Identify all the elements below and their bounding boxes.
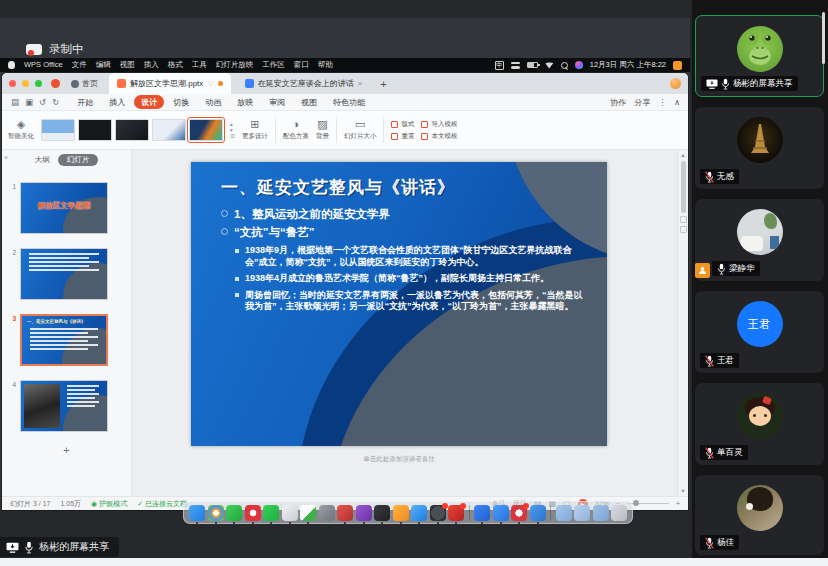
minimize-window-button[interactable] (22, 80, 29, 87)
dock-icon-24[interactable] (611, 505, 627, 521)
video-tile-sharing[interactable]: 杨彬的屏幕共享 (695, 15, 824, 97)
menubar-app-badge[interactable] (673, 61, 682, 70)
scroll-down-icon[interactable]: ▼ (680, 488, 685, 494)
sidebar-scrollbar-thumb[interactable] (822, 12, 825, 64)
menubar-item-7[interactable]: 幻灯片放映 (216, 60, 254, 70)
dock-icon-4[interactable] (263, 505, 279, 521)
scroll-up-icon[interactable]: ▲ (680, 152, 685, 158)
siri-icon[interactable] (575, 61, 583, 69)
dock-icon-5[interactable] (282, 505, 298, 521)
dock-icon-14[interactable] (448, 505, 464, 521)
add-slide-button[interactable]: + (2, 444, 131, 456)
tab-outline[interactable]: 大纲 (35, 155, 50, 165)
ribbon-tab-8[interactable]: 特色功能 (326, 95, 372, 109)
zoom-slider-knob[interactable] (633, 500, 639, 506)
slide-thumbnail-1[interactable]: 解放区文学思潮 (20, 182, 108, 234)
close-window-button[interactable] (9, 80, 16, 87)
apple-logo-icon[interactable] (8, 61, 15, 69)
more-designs-button[interactable]: ⊞ 更多设计 (242, 119, 268, 141)
video-tile[interactable]: 单百灵 (695, 383, 824, 465)
dock-icon-7[interactable] (319, 505, 335, 521)
theme-thumbnail[interactable] (152, 119, 186, 141)
more-menu-icon[interactable]: ⋮ (658, 98, 666, 107)
video-tile[interactable]: 王君 王君 (695, 291, 824, 373)
dock-icon-17[interactable] (493, 505, 509, 521)
menubar-item-4[interactable]: 插入 (144, 60, 159, 70)
zoom-in-button[interactable]: + (676, 500, 680, 507)
tab-home[interactable]: 首页 (66, 78, 103, 89)
ribbon-tab-1[interactable]: 插入 (102, 95, 132, 109)
slide-thumbnail-4[interactable] (20, 380, 108, 432)
menubar-item-2[interactable]: 编辑 (96, 60, 111, 70)
collapse-ribbon-icon[interactable]: ∧ (674, 98, 680, 107)
cloud-status[interactable]: ✓已连接云文档 (137, 499, 187, 509)
video-tile[interactable]: 梁静华 (695, 199, 824, 281)
tab-slides[interactable]: 幻灯片 (58, 154, 99, 166)
ribbon-tab-5[interactable]: 放映 (230, 95, 260, 109)
slide-thumbnail-3-selected[interactable]: 一、延安文艺整风与《讲话》 (20, 314, 108, 366)
layout-button[interactable]: 版式 (391, 120, 414, 129)
background-button[interactable]: ▨ 背景 (316, 119, 329, 141)
menubar-item-1[interactable]: 文件 (72, 60, 87, 70)
dock-icon-19[interactable] (530, 505, 546, 521)
ribbon-tab-2[interactable]: 设计 (134, 95, 164, 109)
dock-icon-11[interactable] (393, 505, 409, 521)
dock-icon-1[interactable] (208, 505, 224, 521)
theme-thumbnail[interactable] (41, 119, 75, 141)
dock-icon-9[interactable] (356, 505, 372, 521)
current-slide[interactable]: 一、延安文艺整风与《讲话》 1、整风运动之前的延安文学界 “文抗”与“鲁艺” 1… (191, 162, 607, 446)
dock-icon-6[interactable] (300, 505, 316, 521)
menubar-clock[interactable]: 12月3日 周六 上午8:22 (590, 60, 666, 70)
theme-thumbnail[interactable] (78, 119, 112, 141)
dock-icon-8[interactable] (337, 505, 353, 521)
dock-icon-2[interactable] (226, 505, 242, 521)
save-icon[interactable]: ▤ (10, 97, 20, 107)
new-tab-button[interactable]: + (376, 78, 390, 90)
spotlight-icon[interactable] (561, 62, 568, 69)
next-slide-button[interactable] (680, 226, 687, 233)
menubar-item-10[interactable]: 帮助 (318, 60, 333, 70)
import-template-button[interactable]: 导入模板 (421, 120, 457, 129)
dock-icon-13[interactable] (430, 505, 446, 521)
slide-thumbnail-2[interactable] (20, 248, 108, 300)
collapse-panel-icon[interactable]: « (4, 154, 8, 161)
ribbon-tab-3[interactable]: 切换 (166, 95, 196, 109)
theme-thumbnail[interactable] (115, 119, 149, 141)
menubar-item-0[interactable]: WPS Office (24, 60, 63, 70)
dock-icon-10[interactable] (374, 505, 390, 521)
dock-icon-3[interactable] (245, 505, 261, 521)
menubar-item-9[interactable]: 窗口 (294, 60, 309, 70)
notes-placeholder[interactable]: 单击此处添加演讲者备注 (191, 455, 607, 464)
redo-icon[interactable]: ↻ (51, 97, 60, 107)
wps-user-avatar[interactable] (670, 78, 681, 89)
screen-share-banner[interactable]: 杨彬的屏幕共享 (0, 537, 119, 557)
video-tile[interactable]: 杨佳 (695, 475, 824, 555)
dock-icon-21[interactable] (556, 505, 572, 521)
color-scheme-button[interactable]: ◑ 配色方案 (283, 119, 309, 141)
video-tile[interactable]: 无感 (695, 107, 824, 189)
slide-size-button[interactable]: ▭ 幻灯片大小 (344, 119, 377, 141)
smart-beautify-button[interactable]: ◈ 智能美化 (8, 119, 34, 141)
dock-icon-16[interactable] (474, 505, 490, 521)
menubar-item-8[interactable]: 工作区 (262, 60, 285, 70)
ribbon-tab-6[interactable]: 审阅 (262, 95, 292, 109)
theme-thumbnail-selected[interactable] (189, 119, 223, 141)
scrollbar-thumb[interactable] (681, 161, 686, 213)
eye-protection-toggle[interactable]: ◉护眼模式 (91, 499, 127, 509)
input-source-icon[interactable]: 中 (495, 61, 504, 70)
tab-document-inactive[interactable]: 在延安文艺座谈会上的讲话 × (237, 73, 371, 94)
menubar-item-5[interactable]: 格式 (168, 60, 183, 70)
share-button[interactable]: 分享 (634, 97, 650, 108)
tab-pin-icon[interactable]: ♡ (207, 80, 213, 88)
control-center-icon[interactable] (511, 62, 520, 69)
zoom-slider[interactable] (627, 503, 669, 505)
ribbon-tab-0[interactable]: 开始 (70, 95, 100, 109)
dock-icon-22[interactable] (574, 505, 590, 521)
dock-icon-0[interactable] (189, 505, 205, 521)
ribbon-tab-4[interactable]: 动画 (198, 95, 228, 109)
vertical-scrollbar[interactable]: ▲ ▼ (677, 150, 688, 496)
dock-icon-12[interactable] (411, 505, 427, 521)
dock-icon-18[interactable] (511, 505, 527, 521)
collab-button[interactable]: 协作 (610, 97, 626, 108)
dock-icon-23[interactable] (593, 505, 609, 521)
